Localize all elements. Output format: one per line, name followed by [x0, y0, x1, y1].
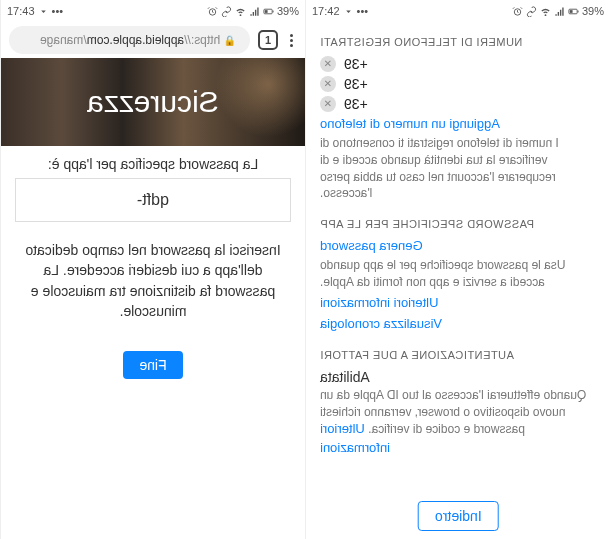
page-title: Sicurezza: [87, 85, 219, 119]
svg-rect-1: [570, 10, 573, 13]
svg-rect-2: [578, 10, 579, 12]
app-password-field[interactable]: qdft-: [15, 178, 291, 222]
tfa-heading: AUTENTICAZIONE A DUE FATTORI: [320, 349, 596, 361]
signal-icon: [249, 6, 260, 17]
nav-down-icon: [343, 6, 354, 17]
url-host: appleid.apple.com: [87, 33, 184, 47]
link-icon: [526, 6, 537, 17]
phone-row: +39 ✕: [320, 96, 596, 112]
apps-more-info-link[interactable]: Ulteriori informazioni: [320, 295, 438, 310]
lock-icon: 🔒: [224, 35, 236, 46]
wifi-icon: [540, 6, 551, 17]
status-bar-left: 39% ••• 17:43: [1, 0, 305, 22]
phones-desc: I numeri di telefono registrati ti conse…: [320, 135, 596, 202]
back-button[interactable]: Indietro: [418, 501, 499, 531]
url-path: /manage: [40, 33, 87, 47]
nav-down-icon: [38, 6, 49, 17]
delete-phone-icon[interactable]: ✕: [320, 56, 336, 72]
phone-number: +39: [344, 96, 368, 112]
battery-pct: 39%: [277, 5, 299, 17]
url-scheme: https://: [184, 33, 220, 47]
clock-time: 17:43: [7, 5, 35, 17]
tfa-status: Abilitata: [320, 369, 596, 385]
add-phone-link[interactable]: Aggiungi un numero di telefono: [320, 116, 500, 131]
settings-pane: 39% ••• 17:42 NUMERI DI TELEFONO REGISTR…: [305, 0, 610, 539]
phone-number: +39: [344, 56, 368, 72]
password-label: La password specifica per l'app è:: [15, 156, 291, 172]
battery-icon: [568, 6, 579, 17]
more-icon: •••: [357, 5, 369, 17]
clock-time: 17:42: [312, 5, 340, 17]
address-bar: 1 🔒 https://appleid.apple.com/manage: [1, 22, 305, 58]
svg-rect-6: [273, 10, 274, 12]
password-pane: 39% ••• 17:43 1 🔒 https://appleid.apple.…: [0, 0, 305, 539]
phone-row: +39 ✕: [320, 56, 596, 72]
view-history-link[interactable]: Visualizza cronologia: [320, 316, 442, 331]
link-icon: [221, 6, 232, 17]
more-icon: •••: [52, 5, 64, 17]
signal-icon: [554, 6, 565, 17]
battery-pct: 39%: [582, 5, 604, 17]
apps-heading: PASSWORD SPECIFICHE PER LE APP: [320, 218, 596, 230]
hero-banner: Sicurezza: [1, 58, 305, 146]
alarm-icon: [512, 6, 523, 17]
generate-password-link[interactable]: Genera password: [320, 238, 423, 253]
url-bar[interactable]: 🔒 https://appleid.apple.com/manage: [9, 26, 250, 54]
tab-count-button[interactable]: 1: [258, 30, 278, 50]
tfa-desc: Quando effettuerai l'accesso al tuo ID A…: [320, 387, 596, 457]
password-help-text: Inserisci la password nel campo dedicato…: [15, 240, 291, 321]
menu-icon[interactable]: [286, 30, 297, 51]
wifi-icon: [235, 6, 246, 17]
svg-rect-5: [265, 10, 268, 13]
delete-phone-icon[interactable]: ✕: [320, 76, 336, 92]
status-bar-right: 39% ••• 17:42: [306, 0, 610, 22]
done-button[interactable]: Fine: [123, 351, 182, 379]
phone-row: +39 ✕: [320, 76, 596, 92]
battery-icon: [263, 6, 274, 17]
apps-desc: Usa le password specifiche per le app qu…: [320, 257, 596, 291]
phones-heading: NUMERI DI TELEFONO REGISTRATI: [320, 36, 596, 48]
phone-number: +39: [344, 76, 368, 92]
delete-phone-icon[interactable]: ✕: [320, 96, 336, 112]
alarm-icon: [207, 6, 218, 17]
